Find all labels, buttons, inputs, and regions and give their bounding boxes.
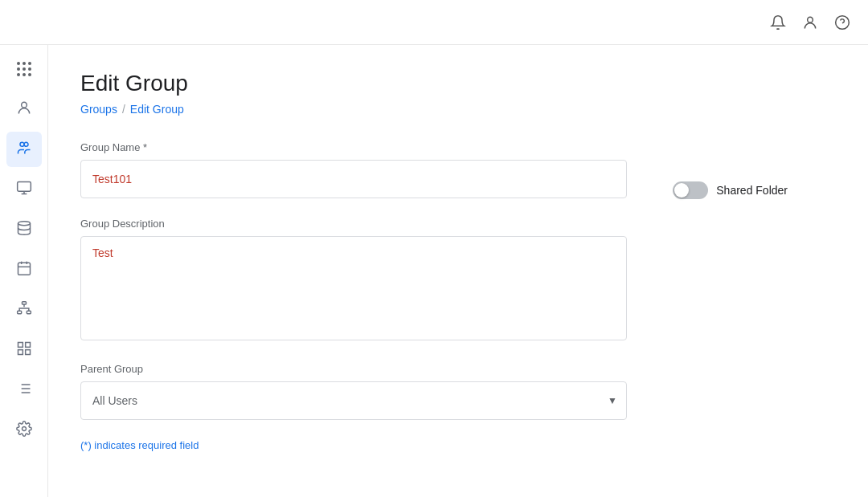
settings-icon (16, 421, 32, 440)
storage-icon (16, 220, 32, 239)
group-description-label: Group Description (80, 218, 627, 230)
svg-point-5 (24, 142, 28, 146)
edit-group-form: Group Name * Shared Folder Group Descrip… (80, 141, 627, 451)
breadcrumb: Groups / Edit Group (80, 103, 836, 116)
breadcrumb-separator: / (122, 103, 125, 116)
sidebar (0, 0, 48, 497)
org-icon (16, 300, 32, 320)
group-name-label: Group Name * (80, 141, 627, 153)
svg-rect-16 (25, 343, 30, 348)
svg-point-3 (21, 102, 27, 108)
parent-group-label: Parent Group (80, 363, 627, 375)
svg-point-25 (22, 427, 26, 431)
sidebar-item-apps[interactable] (6, 51, 42, 87)
svg-rect-14 (27, 311, 31, 313)
sidebar-item-user[interactable] (6, 92, 42, 127)
shared-folder-section: Shared Folder (673, 181, 788, 199)
shared-folder-label: Shared Folder (716, 184, 788, 197)
display-icon (16, 180, 32, 199)
profile-icon[interactable] (800, 13, 820, 32)
group-description-group: Group Description Test (80, 218, 627, 344)
parent-group-group: Parent Group All Users Administrators De… (80, 363, 627, 420)
group-description-textarea[interactable]: Test (80, 236, 627, 340)
svg-point-7 (18, 222, 30, 226)
calendar-icon (16, 260, 32, 279)
page-title: Edit Group (80, 71, 836, 96)
sidebar-item-storage[interactable] (6, 212, 42, 247)
svg-point-1 (836, 15, 850, 29)
svg-rect-8 (18, 263, 30, 275)
svg-rect-18 (25, 350, 30, 355)
shared-folder-toggle[interactable] (673, 181, 708, 199)
svg-rect-17 (18, 350, 23, 355)
svg-point-0 (808, 17, 813, 22)
sidebar-item-groups[interactable] (6, 132, 42, 167)
svg-rect-15 (18, 343, 23, 348)
svg-rect-13 (17, 311, 21, 313)
sidebar-item-grid[interactable] (6, 332, 42, 368)
svg-rect-12 (22, 302, 26, 304)
main-content: Edit Group Groups / Edit Group Group Nam… (48, 45, 868, 497)
required-note: (*) indicates required field (80, 439, 627, 451)
toggle-knob (674, 183, 689, 198)
sidebar-item-settings[interactable] (6, 413, 42, 448)
group-name-group: Group Name * (80, 141, 627, 198)
notification-icon[interactable] (768, 13, 788, 32)
apps-grid-icon (17, 62, 31, 76)
breadcrumb-current: Edit Group (130, 103, 184, 116)
grid-icon (16, 340, 32, 360)
svg-rect-6 (17, 182, 31, 192)
user-icon (16, 100, 32, 119)
list-icon (16, 381, 32, 400)
parent-group-select[interactable]: All Users Administrators Default Users (80, 381, 627, 420)
sidebar-item-list[interactable] (6, 373, 42, 408)
group-name-input[interactable] (80, 160, 627, 198)
parent-group-select-wrapper: All Users Administrators Default Users ▼ (80, 381, 627, 420)
topbar (0, 0, 868, 45)
sidebar-item-calendar[interactable] (6, 252, 42, 287)
breadcrumb-parent[interactable]: Groups (80, 103, 117, 116)
sidebar-item-org[interactable] (6, 292, 42, 328)
help-icon[interactable] (833, 13, 852, 32)
groups-icon (16, 140, 32, 159)
sidebar-item-display[interactable] (6, 172, 42, 207)
